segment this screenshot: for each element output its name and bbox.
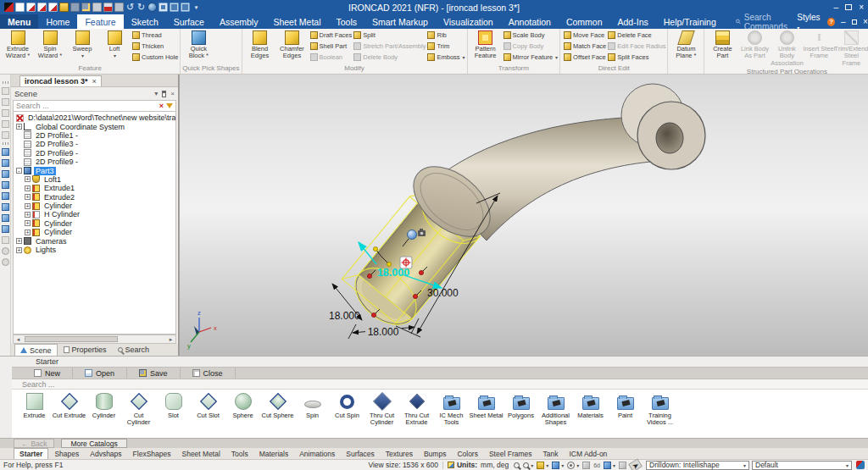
save-icon[interactable] <box>70 3 80 12</box>
catalog-item-thru-cut-cylinder[interactable]: Thru Cut Cylinder <box>364 391 399 427</box>
flag-icon[interactable] <box>103 3 113 12</box>
new-scene-icon[interactable] <box>15 3 25 12</box>
custom-hole-button[interactable]: Custom Hole <box>132 52 178 63</box>
qat-more-icon[interactable]: ▾ <box>192 3 201 12</box>
close-icon[interactable]: × <box>859 3 864 12</box>
view-tool-icon-1[interactable] <box>2 87 9 95</box>
catalog-tab-advshaps[interactable]: Advshaps <box>85 448 126 459</box>
command-search[interactable]: Search Commands... <box>736 14 797 29</box>
minimize-icon[interactable]: – <box>834 3 839 12</box>
catalog-tab-sheet-metal[interactable]: Sheet Metal <box>176 448 225 459</box>
tab-smart-markup[interactable]: Smart Markup <box>364 14 436 29</box>
tab-visualization[interactable]: Visualization <box>436 14 501 29</box>
catalog-item-spin[interactable]: Spin <box>295 391 330 419</box>
render-icon[interactable] <box>147 3 157 12</box>
catalog-tab-flexshapes[interactable]: FlexShapes <box>128 448 176 459</box>
catalog-tab-surfaces[interactable]: Surfaces <box>341 448 380 459</box>
view-tool-icon-4[interactable] <box>2 120 9 128</box>
view-tool-icon-12[interactable] <box>2 203 9 211</box>
more-catalogs-button[interactable]: More Catalogs <box>61 439 126 448</box>
dim-diameter-bottom-label[interactable]: 18.000 <box>368 326 399 338</box>
tree-item-d-data-2021-word-te[interactable]: D:\data\2021\Word\Technet\new website\tr… <box>14 113 175 122</box>
camera-view-icon[interactable]: ▾ <box>604 462 615 469</box>
app-logo-icon[interactable] <box>4 3 14 12</box>
expander-icon[interactable]: + <box>25 229 31 235</box>
catalog-item-cylinder[interactable]: Cylinder <box>86 391 121 419</box>
extrude-wizard-button[interactable]: Extrude Wizard * <box>2 30 34 61</box>
catalog-item-additional-shapes[interactable]: Additional Shapes <box>538 391 573 427</box>
ribbon-minimize-icon[interactable]: – <box>841 17 846 26</box>
datum-plane-button[interactable]: Datum Plane * <box>670 30 702 61</box>
units-value[interactable]: mm, deg <box>481 461 509 469</box>
catalog-item-sphere[interactable]: Sphere <box>225 391 260 419</box>
view-tool-icon-0[interactable] <box>3 81 8 84</box>
catalog-item-cut-spin[interactable]: Cut Spin <box>330 391 364 419</box>
split-faces-button[interactable]: Split Faces <box>608 52 665 63</box>
panel-tab-scene[interactable]: Scene <box>14 344 58 356</box>
pattern-feature-button[interactable]: Pattern Feature <box>470 30 502 61</box>
clear-search-icon[interactable]: × <box>159 102 164 110</box>
draft-faces-button[interactable]: Draft Faces <box>310 30 353 41</box>
catalog-item-cut-slot[interactable]: Cut Slot <box>191 391 225 419</box>
tab-menu[interactable]: Menu <box>0 14 38 29</box>
thread-button[interactable]: Thread <box>132 30 178 41</box>
catalog-tab-tools[interactable]: Tools <box>226 448 253 459</box>
tree-item-global-coordinate-sy[interactable]: +Global Coordinate System <box>14 122 175 130</box>
catalog-tab-materials[interactable]: Materials <box>254 448 293 459</box>
restore-icon[interactable] <box>845 4 852 10</box>
catalog-tab-textures[interactable]: Textures <box>381 448 418 459</box>
dim-diameter-left-label[interactable]: 18.000 <box>329 310 360 322</box>
quick-block-button[interactable]: Quick Block * <box>182 30 214 61</box>
catalog-tab-bumps[interactable]: Bumps <box>419 448 451 459</box>
blend-edges-button[interactable]: Blend Edges <box>244 30 276 61</box>
catalog-search-input[interactable]: Search ... <box>12 379 868 390</box>
new-assembly-icon[interactable] <box>37 3 47 12</box>
expander-icon[interactable]: + <box>16 247 22 253</box>
tree-item-cylinder[interactable]: +Cylinder <box>14 202 175 210</box>
new-part-icon[interactable] <box>26 3 36 12</box>
tree-item-part3[interactable]: -Part3 <box>14 166 175 174</box>
view-tool-icon-16[interactable] <box>2 247 9 255</box>
view-tool-icon-10[interactable] <box>2 181 9 189</box>
tab-annotation[interactable]: Annotation <box>501 14 559 29</box>
close-button[interactable]: Close <box>181 368 236 379</box>
scroll-right-icon[interactable]: ▸ <box>166 336 175 343</box>
emboss-button[interactable]: Emboss▾ <box>427 52 465 63</box>
sweep-button[interactable]: Sweep▾ <box>66 30 98 59</box>
view-tool-icon-17[interactable] <box>2 258 9 266</box>
catalog-tab-starter[interactable]: Starter <box>14 448 48 459</box>
expander-icon[interactable]: + <box>16 124 22 130</box>
catalog-item-slot[interactable]: Slot <box>156 391 191 419</box>
catalog-tab-shapes[interactable]: Shapes <box>49 448 84 459</box>
tree-item-cylinder[interactable]: +Cylinder <box>14 219 175 228</box>
tree-item-h-cylinder[interactable]: +H Cylinder <box>14 210 175 218</box>
config-dropdown[interactable]: Default▾ <box>752 461 852 470</box>
chamfer-edges-button[interactable]: Chamfer Edges <box>276 30 309 61</box>
anchor-handle[interactable] <box>400 257 412 268</box>
catalog-tab-steel-frames[interactable]: Steel Frames <box>484 448 537 459</box>
catalog-tab-tank[interactable]: Tank <box>538 448 564 459</box>
zoom-window-icon[interactable]: ▾ <box>523 462 533 468</box>
tree-hscrollbar[interactable]: ◂ ▸ <box>13 335 176 344</box>
open-button[interactable]: Open <box>73 368 127 379</box>
catalog-item-sheet-metal[interactable]: Sheet Metal <box>469 391 504 419</box>
catalog-tab-colors[interactable]: Colors <box>452 448 483 459</box>
panel-tab-search[interactable]: Search <box>113 344 155 356</box>
save-as-icon[interactable] <box>81 3 91 12</box>
catalog-item-thru-cut-extrude[interactable]: Thru Cut Extrude <box>399 391 434 427</box>
viewport-canvas[interactable]: 30.000 18.000 18.000 18.000 <box>180 75 868 356</box>
scroll-thumb[interactable] <box>25 336 118 342</box>
print-icon[interactable] <box>92 3 102 12</box>
mirror-feature-button[interactable]: Mirror Feature▾ <box>504 52 559 63</box>
save-button[interactable]: Save <box>127 368 181 379</box>
view-tool-icon-9[interactable] <box>2 170 9 178</box>
shell-part-button[interactable]: Shell Part <box>310 41 353 52</box>
drilldown-dropdown[interactable]: Drilldown: Intellishape▾ <box>646 461 749 470</box>
panel-tab-properties[interactable]: Properties <box>58 344 112 356</box>
view-tool-icon-11[interactable] <box>2 192 9 200</box>
tab-surface[interactable]: Surface <box>166 14 212 29</box>
view-tool-icon-2[interactable] <box>2 98 9 106</box>
view-tool-icon-13[interactable] <box>2 214 9 222</box>
undo-icon[interactable]: ↺ <box>125 3 135 12</box>
view-tool-icon-3[interactable] <box>2 109 9 117</box>
